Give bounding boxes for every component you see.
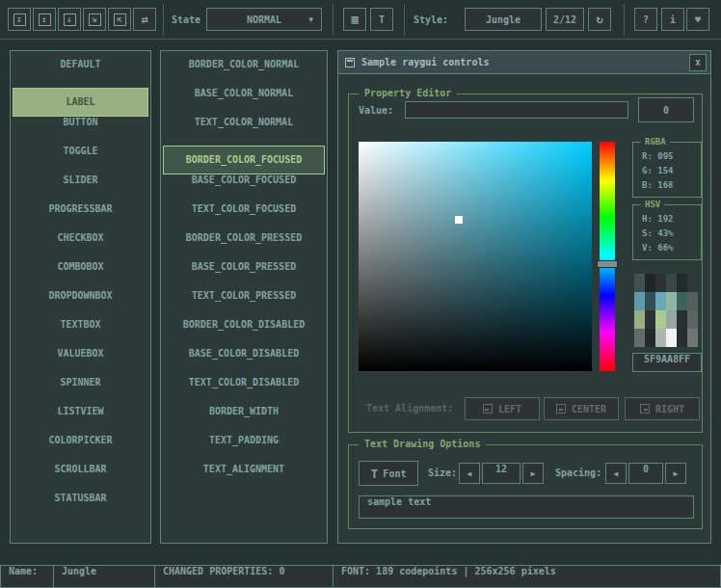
property-list-item[interactable]: TEXT_COLOR_FOCUSED <box>163 203 325 232</box>
palette-swatch[interactable] <box>666 310 677 329</box>
palette-swatch[interactable] <box>655 329 666 347</box>
property-list-item[interactable]: BORDER_WIDTH <box>163 406 325 435</box>
control-list-item[interactable]: CHECKBOX <box>13 232 148 261</box>
control-list-item[interactable]: SLIDER <box>13 174 148 203</box>
import-style-button[interactable]: ⇱ <box>108 8 131 31</box>
palette-swatch[interactable] <box>634 292 645 310</box>
style-name-field[interactable]: Jungle <box>53 565 155 588</box>
hex-value[interactable]: 5F9AA8FF <box>632 353 702 372</box>
control-list-item[interactable]: DEFAULT <box>13 59 148 88</box>
random-style-button[interactable]: ⇄ <box>133 8 156 31</box>
export-style-button[interactable]: ⇲ <box>83 8 106 31</box>
control-list-item[interactable]: LISTVIEW <box>13 406 148 435</box>
property-list-item[interactable]: BORDER_COLOR_FOCUSED <box>163 146 325 174</box>
palette-swatch[interactable] <box>655 292 666 310</box>
hue-slider[interactable] <box>600 142 615 371</box>
palette-swatch[interactable] <box>634 310 645 329</box>
save-style-button[interactable]: ↓ <box>58 8 81 31</box>
property-list-item[interactable]: BASE_COLOR_NORMAL <box>163 88 325 117</box>
align-left-button[interactable]: LEFT <box>465 397 540 420</box>
font-button[interactable]: T Font <box>359 461 418 486</box>
close-button[interactable]: x <box>689 54 707 71</box>
control-list-item[interactable]: LABEL <box>13 88 148 117</box>
control-list-item[interactable]: COLORPICKER <box>13 435 148 464</box>
palette-swatch[interactable] <box>687 292 698 310</box>
palette-swatch[interactable] <box>634 274 645 292</box>
property-list-item[interactable]: TEXT_COLOR_DISABLED <box>163 377 325 406</box>
palette-swatch[interactable] <box>655 274 666 292</box>
control-list-item[interactable]: SCROLLBAR <box>13 464 148 493</box>
help-button[interactable]: ? <box>634 8 657 31</box>
rgba-blue: B: 168 <box>642 180 674 190</box>
property-list-item[interactable]: TEXT_COLOR_NORMAL <box>163 117 325 146</box>
value-input[interactable] <box>405 101 628 119</box>
style-index-button[interactable]: 2/12 <box>546 8 584 31</box>
size-decrease-button[interactable]: ◀ <box>459 463 480 484</box>
hsv-saturation: S: 43% <box>642 228 674 238</box>
palette-swatch[interactable] <box>677 329 687 347</box>
control-list-item[interactable]: BUTTON <box>13 117 148 146</box>
palette-swatch[interactable] <box>645 329 655 347</box>
sponsor-button[interactable]: ♥ <box>686 8 709 31</box>
property-list-item[interactable]: BORDER_COLOR_PRESSED <box>163 232 325 261</box>
control-list-item[interactable]: DROPDOWNBOX <box>13 290 148 319</box>
color-picker[interactable] <box>359 142 592 371</box>
control-list-item[interactable]: PROGRESSBAR <box>13 203 148 232</box>
palette-swatch[interactable] <box>645 274 655 292</box>
size-value[interactable]: 12 <box>482 463 521 484</box>
load-style-button[interactable]: ↥ <box>33 8 56 31</box>
control-list-item[interactable]: VALUEBOX <box>13 348 148 377</box>
property-list-item[interactable]: BASE_COLOR_DISABLED <box>163 348 325 377</box>
palette-swatch[interactable] <box>687 329 698 347</box>
property-list-item[interactable]: TEXT_COLOR_PRESSED <box>163 290 325 319</box>
control-list-item[interactable]: TOGGLE <box>13 146 148 174</box>
rgba-green: G: 154 <box>642 166 674 175</box>
palette-swatch[interactable] <box>677 292 687 310</box>
palette-swatch[interactable] <box>677 310 687 329</box>
text-options-title: Text Drawing Options <box>359 439 486 449</box>
spacing-decrease-button[interactable]: ◀ <box>605 463 627 484</box>
palette-swatch[interactable] <box>677 274 687 292</box>
state-dropdown[interactable]: NORMAL ▼ <box>206 8 322 31</box>
control-list-item[interactable]: COMBOBOX <box>13 261 148 290</box>
property-list-item[interactable]: BORDER_COLOR_DISABLED <box>163 319 325 348</box>
property-list-item[interactable]: BASE_COLOR_PRESSED <box>163 261 325 290</box>
reload-style-button[interactable]: ↻ <box>588 8 611 31</box>
font-info-status: FONT: 189 codepoints | 256x256 pixels <box>333 565 721 588</box>
control-list-item[interactable]: STATUSBAR <box>13 493 148 521</box>
style-name: Jungle <box>486 14 521 25</box>
size-increase-button[interactable]: ▶ <box>522 463 544 484</box>
palette-swatch[interactable] <box>655 310 666 329</box>
hue-slider-handle[interactable] <box>597 260 618 268</box>
window-titlebar[interactable]: Sample raygui controls x <box>338 51 710 74</box>
property-list-item[interactable]: TEXT_PADDING <box>163 435 325 464</box>
palette-swatch[interactable] <box>687 274 698 292</box>
property-list-item[interactable]: TEXT_ALIGNMENT <box>163 464 325 493</box>
color-picker-cursor[interactable] <box>455 216 463 224</box>
arrow-right-icon: ▶ <box>674 469 679 478</box>
property-list-item[interactable]: BASE_COLOR_FOCUSED <box>163 174 325 203</box>
align-right-button[interactable]: RIGHT <box>625 397 700 420</box>
font-view-button[interactable]: T <box>370 8 393 31</box>
palette-swatch[interactable] <box>645 292 655 310</box>
hsv-title: HSV <box>641 200 664 209</box>
font-icon: T <box>371 468 379 480</box>
sample-text-box[interactable]: sample text <box>359 495 694 519</box>
palette-swatch[interactable] <box>666 329 677 347</box>
control-list-item[interactable]: TEXTBOX <box>13 319 148 348</box>
control-list-item[interactable]: SPINNER <box>13 377 148 406</box>
info-button[interactable]: i <box>661 8 684 31</box>
spacing-increase-button[interactable]: ▶ <box>665 463 686 484</box>
property-list-item[interactable]: BORDER_COLOR_NORMAL <box>163 59 325 88</box>
palette-swatch[interactable] <box>634 329 645 347</box>
style-name-button[interactable]: Jungle <box>465 8 542 31</box>
value-mode-button[interactable]: 0 <box>638 97 694 122</box>
style-table-view-button[interactable]: ▦ <box>343 8 366 31</box>
new-style-button[interactable]: ↧ <box>8 8 31 31</box>
align-center-button[interactable]: CENTER <box>544 397 619 420</box>
palette-swatch[interactable] <box>666 292 677 310</box>
spacing-value[interactable]: 0 <box>628 463 663 484</box>
palette-swatch[interactable] <box>645 310 655 329</box>
palette-swatch[interactable] <box>687 310 698 329</box>
palette-swatch[interactable] <box>666 274 677 292</box>
